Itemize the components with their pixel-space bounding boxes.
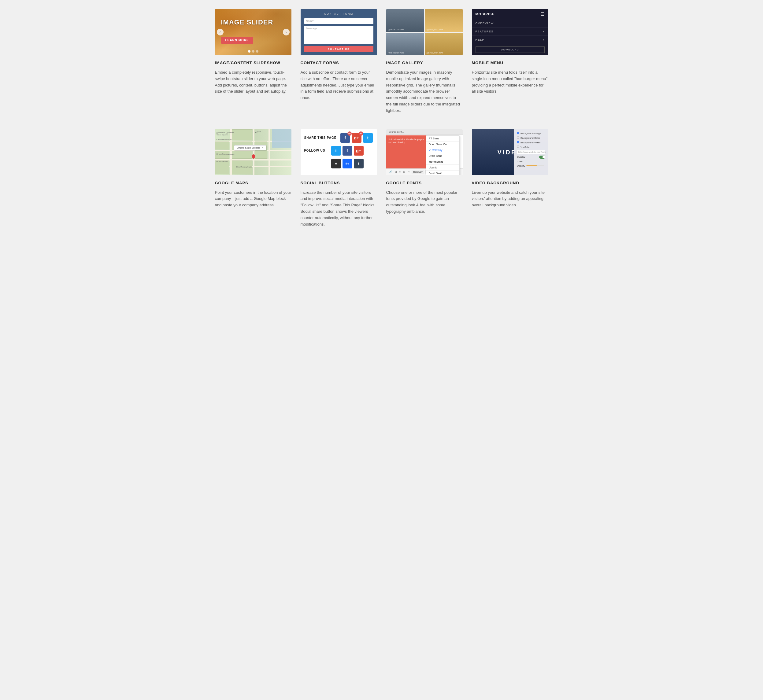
slider-widget: IMAGE SLIDER LEARN MORE ‹ › bbox=[215, 9, 291, 55]
cf-name-input[interactable]: Name* bbox=[304, 18, 373, 24]
radio-bg-video[interactable] bbox=[517, 141, 519, 143]
social-buttons-desc: Increase the number of your site visitor… bbox=[301, 189, 377, 228]
facebook-share-btn[interactable]: f 192 bbox=[340, 133, 350, 143]
slider-learn-more-btn[interactable]: LEARN MORE bbox=[221, 37, 253, 44]
facebook-follow-btn[interactable]: f bbox=[343, 146, 352, 156]
font-option-droid-serif[interactable]: Droid Serif bbox=[426, 170, 459, 175]
toolbar-crop-icon[interactable]: ✂ bbox=[407, 170, 410, 174]
font-option-raleway[interactable]: ✓ Raleway bbox=[426, 147, 459, 153]
gallery-caption-2: Type caption here bbox=[426, 28, 443, 31]
gallery-thumb-4[interactable]: Type caption here bbox=[425, 33, 463, 55]
slideshow-desc: Embed a completely responsive, touch-swi… bbox=[215, 69, 291, 95]
twitter-share-btn[interactable]: t bbox=[363, 133, 373, 143]
slider-next-btn[interactable]: › bbox=[283, 29, 290, 36]
map-label: Convention Center bbox=[216, 139, 232, 140]
slider-heading: IMAGE SLIDER bbox=[221, 18, 273, 26]
social-widget: SHARE THIS PAGE! f 192 g+ 47 t bbox=[301, 129, 377, 175]
video-opacity-row: Opacity bbox=[517, 164, 545, 167]
feature-card-google-maps: Empire State Building ✕ Джейкоб K. Джави… bbox=[215, 129, 291, 228]
video-option-bg-color[interactable]: Background Color bbox=[517, 136, 545, 139]
fonts-font-selector[interactable]: Raleway bbox=[412, 170, 424, 174]
gallery-widget: Type caption here Type caption here Type… bbox=[386, 9, 463, 55]
video-background-desc: Liven up your website and catch your sit… bbox=[472, 189, 548, 208]
contact-form-preview: CONTACT FORM Name* Message CONTACT US bbox=[301, 9, 377, 55]
video-background-title: VIDEO BACKGROUND bbox=[472, 181, 548, 185]
fonts-preview: Source-serif... ite in a few clicks! Mob… bbox=[386, 129, 463, 175]
map-label: Times Square bbox=[216, 134, 228, 136]
font-option-montserrat[interactable]: Montserrat bbox=[426, 159, 459, 165]
cf-submit-btn[interactable]: CONTACT US bbox=[304, 46, 373, 52]
video-opacity-slider[interactable] bbox=[526, 166, 544, 166]
mm-hamburger-icon[interactable]: ☰ bbox=[541, 12, 545, 17]
toolbar-grid-icon[interactable]: ⊞ bbox=[394, 170, 398, 174]
font-option-opensans[interactable]: Open Sans Con... bbox=[426, 142, 459, 147]
mm-nav-help[interactable]: HELP ▾ bbox=[472, 36, 548, 44]
video-preview: VIDEO Background Image Background Color … bbox=[472, 129, 548, 175]
maps-widget: Empire State Building ✕ Джейкоб K. Джави… bbox=[215, 129, 291, 175]
dot-3[interactable] bbox=[256, 50, 259, 53]
mm-logo: MOBIRISE bbox=[476, 12, 495, 16]
gallery-preview: Type caption here Type caption here Type… bbox=[386, 9, 463, 55]
feature-card-mobile-menu: MOBIRISE ☰ OVERVIEW FEATURES ▾ HELP ▾ DO… bbox=[472, 9, 548, 114]
dot-1[interactable] bbox=[248, 50, 251, 53]
google-maps-title: GOOGLE MAPS bbox=[215, 181, 291, 185]
font-option-ubuntu[interactable]: Ubuntu bbox=[426, 165, 459, 170]
radio-bg-color[interactable] bbox=[517, 136, 519, 139]
follow-row: FOLLOW US t f g+ bbox=[304, 146, 373, 156]
behance-btn[interactable]: Be bbox=[343, 159, 352, 169]
tumblr-btn[interactable]: t bbox=[354, 159, 363, 169]
github-btn[interactable]: ★ bbox=[331, 159, 341, 169]
toolbar-align-icon[interactable]: ≡ bbox=[399, 170, 401, 174]
contact-forms-title: CONTACT FORMS bbox=[301, 61, 377, 65]
toolbar-link-icon[interactable]: 🔗 bbox=[389, 170, 393, 174]
contact-form-widget: CONTACT FORM Name* Message CONTACT US bbox=[301, 9, 377, 55]
video-url-input[interactable]: http://www.youtube.com/watd bbox=[517, 150, 545, 154]
map-road bbox=[268, 129, 270, 175]
slideshow-title: IMAGE/CONTENT SLIDESHOW bbox=[215, 61, 291, 65]
follow-buttons: t f g+ bbox=[331, 146, 363, 156]
map-label: Отель Lehigh bbox=[216, 161, 228, 162]
video-option-youtube[interactable]: YouTube bbox=[517, 145, 545, 148]
map-popup-close-icon[interactable]: ✕ bbox=[262, 147, 263, 149]
gallery-thumb-2[interactable]: Type caption here bbox=[425, 9, 463, 32]
twitter-follow-btn[interactable]: t bbox=[331, 146, 341, 156]
map-block bbox=[232, 129, 252, 140]
map-label: Отель Пенсильвания bbox=[216, 153, 235, 155]
gallery-caption-4: Type caption here bbox=[426, 52, 443, 54]
gallery-thumb-1[interactable]: Type caption here bbox=[386, 9, 424, 32]
chevron-down-icon: ▾ bbox=[543, 30, 545, 33]
google-fonts-desc: Choose one or more of the most popular f… bbox=[386, 189, 463, 215]
video-option-bg-image[interactable]: Background Image bbox=[517, 132, 545, 135]
cf-message-textarea[interactable]: Message bbox=[304, 26, 373, 44]
font-option-pt-sans[interactable]: PT Sans bbox=[426, 136, 459, 142]
video-option-bg-video[interactable]: Background Video bbox=[517, 141, 545, 144]
slider-leaves bbox=[215, 9, 291, 55]
gallery-thumb-3[interactable]: Type caption here bbox=[386, 33, 424, 55]
map-block bbox=[215, 161, 230, 174]
contact-forms-desc: Add a subscribe or contact form to your … bbox=[301, 69, 377, 101]
social-buttons-title: SOCIAL BUTTONS bbox=[301, 181, 377, 185]
map-popup-text: Empire State Building bbox=[237, 147, 260, 149]
fonts-widget: Source-serif... ite in a few clicks! Mob… bbox=[386, 129, 463, 175]
radio-youtube[interactable] bbox=[517, 145, 519, 148]
video-overlay-row: Overlay bbox=[517, 156, 545, 159]
font-option-droid-sans[interactable]: Droid Sans bbox=[426, 153, 459, 159]
dot-2[interactable] bbox=[252, 50, 254, 53]
googleplus-follow-btn[interactable]: g+ bbox=[354, 146, 363, 156]
share-label: SHARE THIS PAGE! bbox=[304, 136, 338, 139]
radio-bg-image[interactable] bbox=[517, 132, 519, 134]
googleplus-share-btn[interactable]: g+ 47 bbox=[352, 133, 362, 143]
mm-nav-overview[interactable]: OVERVIEW bbox=[472, 19, 548, 28]
mm-download-btn[interactable]: DOWNLOAD bbox=[476, 47, 545, 53]
feature-card-video-background: VIDEO Background Image Background Color … bbox=[472, 129, 548, 228]
video-overlay-toggle[interactable] bbox=[539, 156, 545, 159]
fonts-dropdown[interactable]: PT Sans Open Sans Con... ✓ Raleway Droid… bbox=[426, 135, 460, 175]
mm-header: MOBIRISE ☰ bbox=[472, 9, 548, 19]
feature-card-slideshow: IMAGE SLIDER LEARN MORE ‹ › IMAGE/CONTEN… bbox=[215, 9, 291, 114]
slider-prev-btn[interactable]: ‹ bbox=[217, 29, 224, 36]
googleplus-count-badge: 47 bbox=[359, 131, 363, 136]
mm-nav-features[interactable]: FEATURES ▾ bbox=[472, 28, 548, 36]
mobile-menu-preview: MOBIRISE ☰ OVERVIEW FEATURES ▾ HELP ▾ DO… bbox=[472, 9, 548, 55]
map-label: МНШТН bbox=[254, 130, 260, 133]
toolbar-format-icon[interactable]: ⊟ bbox=[403, 170, 406, 174]
